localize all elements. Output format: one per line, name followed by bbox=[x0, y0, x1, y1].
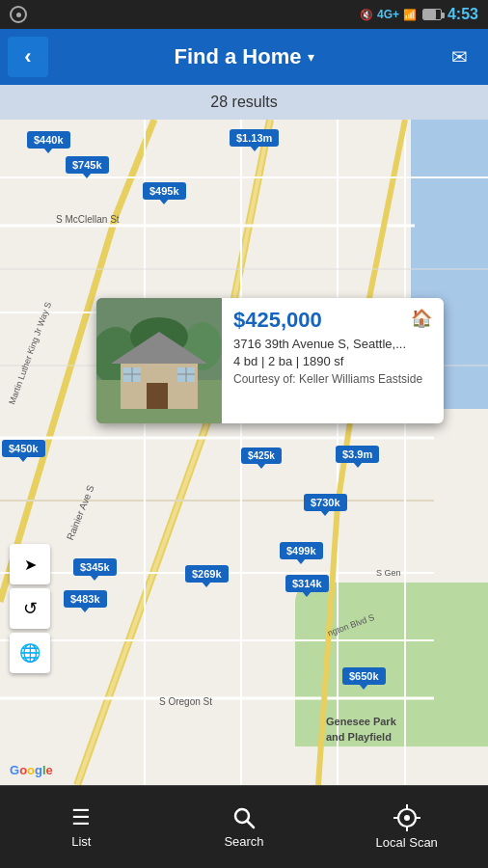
price-pin-730k[interactable]: $730k bbox=[304, 494, 347, 511]
price-pin-495k[interactable]: $495k bbox=[143, 182, 186, 200]
price-pin-314k[interactable]: $314k bbox=[285, 575, 329, 592]
price-pin-483k[interactable]: $483k bbox=[64, 590, 107, 608]
listing-address: 3716 39th Avenue S, Seattle,... bbox=[233, 337, 432, 351]
app-title-container: Find a Home ▾ bbox=[174, 44, 313, 69]
svg-line-29 bbox=[247, 821, 254, 827]
price-pin-499k[interactable]: $499k bbox=[280, 542, 323, 559]
app-bar: ‹ Find a Home ▾ ✉ bbox=[0, 29, 488, 85]
status-right: 🔇 4G+ 📶 4:53 bbox=[360, 6, 478, 23]
local-scan-nav-item[interactable]: Local Scan bbox=[325, 785, 488, 868]
signal-icon: 📶 bbox=[403, 9, 417, 21]
price-pin-269k[interactable]: $269k bbox=[185, 565, 229, 583]
price-pin-345k[interactable]: $345k bbox=[73, 558, 117, 576]
globe-button[interactable]: 🌐 bbox=[10, 633, 50, 673]
price-pin-39m[interactable]: $3.9m bbox=[336, 446, 379, 463]
list-nav-label: List bbox=[71, 834, 91, 849]
svg-rect-21 bbox=[147, 383, 168, 409]
local-scan-icon bbox=[393, 804, 420, 831]
list-nav-item[interactable]: ☰ List bbox=[0, 785, 163, 868]
mail-icon: ✉ bbox=[451, 45, 468, 68]
dropdown-arrow-icon[interactable]: ▾ bbox=[308, 49, 314, 65]
bottom-nav: ☰ List Search Local Scan bbox=[0, 785, 488, 868]
svg-point-31 bbox=[404, 815, 410, 821]
listing-price: $425,000 bbox=[233, 308, 322, 333]
listing-info: $425,000 🏠 3716 39th Avenue S, Seattle,.… bbox=[222, 298, 444, 423]
price-pin-440k[interactable]: $440k bbox=[27, 131, 70, 149]
status-left bbox=[10, 6, 27, 23]
refresh-button[interactable]: ↺ bbox=[10, 588, 50, 629]
listing-home-icon: 🏠 bbox=[411, 308, 432, 329]
listing-image bbox=[96, 298, 222, 423]
refresh-icon: ↺ bbox=[23, 598, 38, 619]
map-controls: ➤ ↺ 🌐 bbox=[10, 544, 50, 673]
listing-courtesy: Courtesy of: Keller Williams Eastside bbox=[233, 372, 432, 386]
globe-icon: 🌐 bbox=[19, 642, 41, 664]
local-scan-nav-label: Local Scan bbox=[376, 835, 438, 850]
location-icon: ➤ bbox=[24, 556, 37, 574]
status-time: 4:53 bbox=[447, 6, 478, 23]
price-pin-650k[interactable]: $650k bbox=[342, 667, 386, 685]
gps-icon bbox=[10, 6, 27, 23]
map-container[interactable]: S McClellan St Rainier Ave S Martin Luth… bbox=[0, 120, 488, 785]
google-logo: Google bbox=[10, 763, 53, 777]
status-bar: 🔇 4G+ 📶 4:53 bbox=[0, 0, 488, 29]
price-pin-113m[interactable]: $1.13m bbox=[230, 129, 279, 147]
location-button[interactable]: ➤ bbox=[10, 544, 50, 584]
search-icon bbox=[231, 805, 257, 830]
network-type: 4G+ bbox=[377, 8, 399, 21]
listing-details: 4 bd | 2 ba | 1890 sf bbox=[233, 354, 432, 368]
list-icon: ☰ bbox=[71, 805, 91, 830]
search-nav-item[interactable]: Search bbox=[163, 785, 326, 868]
price-pin-450k[interactable]: $450k bbox=[2, 440, 45, 457]
mail-button[interactable]: ✉ bbox=[440, 37, 480, 77]
back-button[interactable]: ‹ bbox=[8, 37, 48, 77]
battery-icon bbox=[422, 9, 442, 20]
search-nav-label: Search bbox=[224, 834, 263, 849]
listing-card[interactable]: $425,000 🏠 3716 39th Avenue S, Seattle,.… bbox=[96, 298, 444, 423]
price-pin-425k-small[interactable]: $425k bbox=[241, 448, 282, 464]
price-pin-745k[interactable]: $745k bbox=[66, 156, 109, 174]
app-title: Find a Home bbox=[174, 44, 301, 69]
results-bar: 28 results bbox=[0, 85, 488, 120]
results-count: 28 results bbox=[210, 94, 277, 111]
mute-icon: 🔇 bbox=[360, 9, 373, 21]
back-arrow-icon: ‹ bbox=[24, 44, 31, 69]
